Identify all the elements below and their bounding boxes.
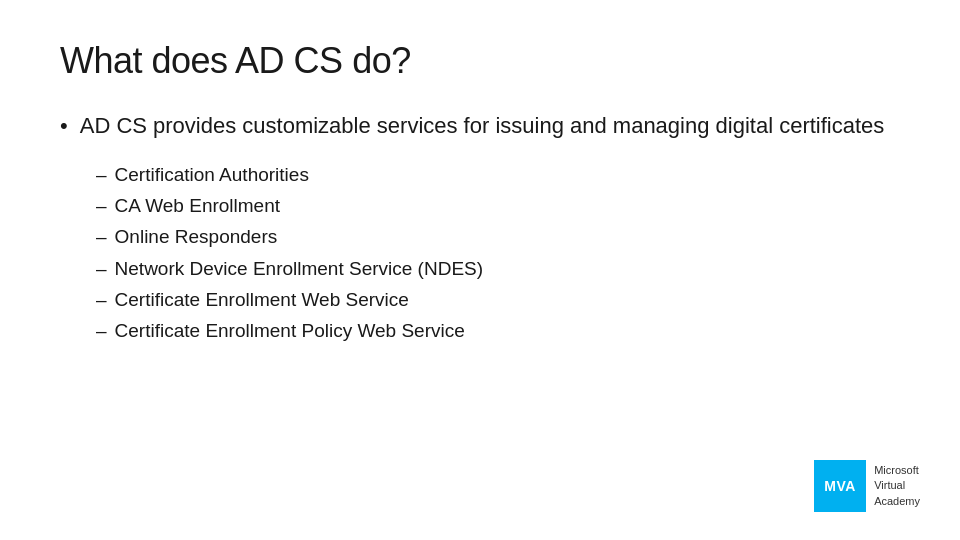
bullet-dot: • <box>60 112 68 141</box>
sub-item-1: Certification Authorities <box>115 159 309 190</box>
mva-text-block: Microsoft Virtual Academy <box>874 463 920 509</box>
dash-icon: – <box>96 221 107 252</box>
sub-item-2: CA Web Enrollment <box>115 190 280 221</box>
list-item: – CA Web Enrollment <box>96 190 900 221</box>
dash-icon: – <box>96 253 107 284</box>
list-item: – Certification Authorities <box>96 159 900 190</box>
slide-title: What does AD CS do? <box>60 40 900 82</box>
mva-logo: MVA Microsoft Virtual Academy <box>814 460 920 512</box>
dash-icon: – <box>96 315 107 346</box>
sub-item-6: Certificate Enrollment Policy Web Servic… <box>115 315 465 346</box>
mva-box: MVA <box>814 460 866 512</box>
mva-line3: Academy <box>874 494 920 509</box>
slide: What does AD CS do? • AD CS provides cus… <box>0 0 960 540</box>
dash-icon: – <box>96 284 107 315</box>
dash-icon: – <box>96 190 107 221</box>
list-item: – Online Responders <box>96 221 900 252</box>
mva-line2: Virtual <box>874 478 920 493</box>
sub-item-4: Network Device Enrollment Service (NDES) <box>115 253 484 284</box>
mva-line1: Microsoft <box>874 463 920 478</box>
main-bullet: • AD CS provides customizable services f… <box>60 112 900 141</box>
sub-item-5: Certificate Enrollment Web Service <box>115 284 409 315</box>
mva-abbr: MVA <box>824 478 856 494</box>
sub-list: – Certification Authorities – CA Web Enr… <box>96 159 900 347</box>
list-item: – Network Device Enrollment Service (NDE… <box>96 253 900 284</box>
sub-item-3: Online Responders <box>115 221 278 252</box>
dash-icon: – <box>96 159 107 190</box>
list-item: – Certificate Enrollment Web Service <box>96 284 900 315</box>
list-item: – Certificate Enrollment Policy Web Serv… <box>96 315 900 346</box>
main-bullet-text: AD CS provides customizable services for… <box>80 112 885 141</box>
